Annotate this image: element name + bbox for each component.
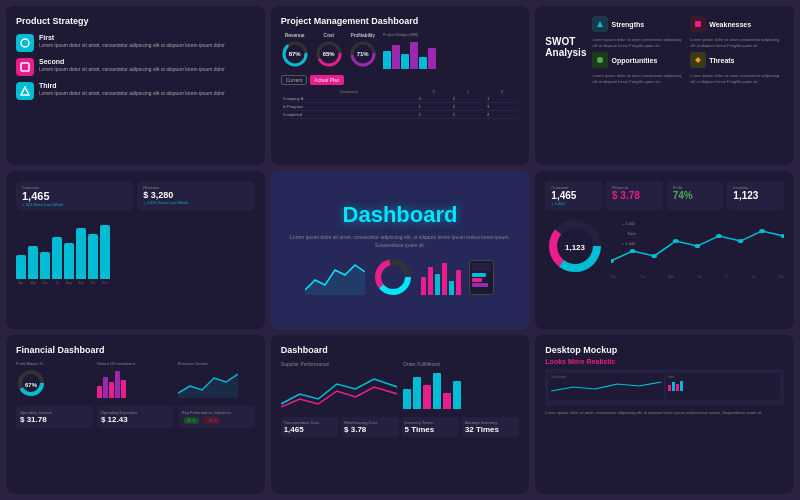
dashboard-hero-title: Dashboard bbox=[343, 202, 458, 228]
product-strategy-card: Product Strategy First Lorem ipsum dolor… bbox=[6, 6, 265, 165]
threats-icon bbox=[690, 52, 706, 68]
dashboard2-charts: Supplier Performance Order Fulfillment bbox=[281, 361, 520, 413]
first-text: Lorem ipsum dolor sit amet, consectetur … bbox=[39, 42, 225, 49]
transport-cost: Transportation Cost 1,465 bbox=[281, 417, 338, 437]
svg-point-0 bbox=[21, 39, 29, 47]
stats-bottom: 1,123 + 1,442 Total + 1,445 bbox=[545, 216, 784, 279]
strengths-label: Strengths bbox=[611, 21, 644, 28]
project-table: Company 0 1 2 Company A321 In Progress12… bbox=[281, 88, 520, 119]
supplier-performance: Supplier Performance bbox=[281, 361, 397, 413]
revenue-stat: Revenue $ 3,280 + 1,021 Since Last Week bbox=[137, 181, 254, 211]
swot-opportunities: Opportunities Lorem ipsum dolor sit amet… bbox=[592, 52, 686, 84]
table-row: Company A321 bbox=[281, 95, 520, 103]
swot-layout: SWOTAnalysis Strengths Lorem ipsum dolor… bbox=[545, 16, 784, 84]
financial-bottom-row: Operating Income $ 31.78 Operating Expen… bbox=[16, 406, 255, 428]
svg-point-22 bbox=[652, 254, 658, 258]
trend-line-chart: MonTueWedThuFriSatSun bbox=[611, 216, 784, 279]
revenue-val-right: $ 3.78 bbox=[612, 190, 657, 201]
svg-text:67%: 67% bbox=[25, 382, 38, 388]
threats-text: Lorem ipsum dolor sit amet consectetur a… bbox=[690, 73, 784, 84]
product-item-third: Third Lorem ipsum dolor sit amet, consec… bbox=[16, 82, 255, 100]
svg-point-23 bbox=[673, 239, 679, 243]
svg-point-27 bbox=[760, 229, 766, 233]
third-text: Lorem ipsum dolor sit amet, consectetur … bbox=[39, 90, 225, 97]
inventory-times: Inventory Times 5 Times bbox=[402, 417, 459, 437]
dashboard2-stats: Transportation Cost 1,465 Warehousing Co… bbox=[281, 417, 520, 437]
kpi-badges: 25 % - 15 % bbox=[182, 417, 251, 424]
op-expense-val: $ 12.43 bbox=[101, 415, 170, 424]
second-text: Lorem ipsum dolor sit amet, consectetur … bbox=[39, 66, 225, 73]
svg-point-10 bbox=[597, 57, 603, 63]
revenue-growth: Revenue Growth bbox=[178, 361, 255, 402]
swot-threats: Threats Lorem ipsum dolor sit amet conse… bbox=[690, 52, 784, 84]
product-item-first: First Lorem ipsum dolor sit amet, consec… bbox=[16, 34, 255, 52]
hero-line-chart bbox=[305, 260, 365, 295]
roi-chart bbox=[97, 368, 174, 398]
svg-rect-9 bbox=[695, 21, 701, 27]
swot-weaknesses: Weaknesses Lorem ipsum dolor sit amet co… bbox=[690, 16, 784, 48]
dashboard-hero-card: Dashboard Lorem ipsum dolor sit amet, co… bbox=[271, 171, 530, 330]
mockup-title: Desktop Mockup bbox=[545, 345, 784, 355]
roi: Return Of Investment bbox=[97, 361, 174, 402]
budget-bars bbox=[383, 39, 520, 69]
project-mgmt-title: Project Management Dashboard bbox=[281, 16, 520, 26]
opportunities-label: Opportunities bbox=[611, 57, 657, 64]
revenue-value: $ 3,280 bbox=[143, 190, 248, 200]
product-item-second: Second Lorem ipsum dolor sit amet, conse… bbox=[16, 58, 255, 76]
project-mgmt-card: Project Management Dashboard Revenue 87%… bbox=[271, 6, 530, 165]
swot-title-area: SWOTAnalysis bbox=[545, 16, 586, 84]
strengths-text: Lorem ipsum dolor sit amet consectetur a… bbox=[592, 37, 686, 48]
svg-point-28 bbox=[781, 234, 784, 238]
hero-bar-chart bbox=[421, 260, 461, 295]
second-icon bbox=[16, 58, 34, 76]
threats-label: Threats bbox=[709, 57, 734, 64]
current-button[interactable]: Current bbox=[281, 75, 308, 85]
financial-metrics-row: Profit Margin % 67% Return Of Investment bbox=[16, 361, 255, 402]
tablet-mockup bbox=[469, 260, 494, 295]
customer-val: 1,465 bbox=[551, 190, 596, 201]
svg-marker-2 bbox=[21, 87, 29, 95]
table-row: Completed212 bbox=[281, 111, 520, 119]
project-buttons: Current Actual Plan bbox=[281, 75, 520, 85]
supplier-chart bbox=[281, 369, 397, 409]
stat-boxes: Customer 1,465 + 321 Since Last Week Rev… bbox=[16, 181, 255, 215]
svg-text:1,123: 1,123 bbox=[565, 243, 586, 252]
operating-expenses: Operating Expenses $ 12.43 bbox=[97, 406, 174, 428]
svg-point-25 bbox=[716, 234, 722, 238]
invoices-val: 1,123 bbox=[733, 190, 778, 201]
actual-plan-button[interactable]: Actual Plan bbox=[310, 75, 343, 85]
bar-stats-card: Customer 1,465 + 321 Since Last Week Rev… bbox=[6, 171, 265, 330]
dashboard2-title: Dashboard bbox=[281, 345, 520, 355]
svg-point-26 bbox=[738, 239, 744, 243]
weaknesses-text: Lorem ipsum dolor sit amet consectetur a… bbox=[690, 37, 784, 48]
customer-sub: + 321 Since Last Week bbox=[22, 202, 127, 207]
mockup-mini-chart bbox=[551, 379, 661, 394]
order-bars bbox=[403, 369, 519, 409]
profit-val: 74% bbox=[673, 190, 718, 201]
kpi-label: Key Performance Indicators bbox=[182, 410, 251, 415]
opportunities-text: Lorem ipsum dolor sit amet consectetur a… bbox=[592, 73, 686, 84]
main-donut: 1,123 + 1,442 Total + 1,445 bbox=[545, 216, 605, 276]
revenue-stat-right: Revenue $ 3.78 bbox=[606, 181, 663, 210]
kpi-badge-positive: 25 % bbox=[184, 417, 199, 424]
revenue-circle: Revenue 87% bbox=[281, 32, 309, 69]
avg-inventory: Average Inventory 32 Times bbox=[462, 417, 519, 437]
dashboard2-card: Dashboard Supplier Performance Order Ful… bbox=[271, 335, 530, 494]
third-label: Third bbox=[39, 82, 225, 89]
hero-donut-chart bbox=[373, 257, 413, 297]
first-label: First bbox=[39, 34, 225, 41]
dashboard-hero-text: Lorem ipsum dolor sit amet, consectetur … bbox=[281, 234, 520, 249]
stats-top-row: Customer 1,465 + 1,442 Revenue $ 3.78 Pr… bbox=[545, 181, 784, 210]
svg-marker-32 bbox=[178, 374, 238, 398]
product-strategy-title: Product Strategy bbox=[16, 16, 255, 26]
warehouse-cost: Warehousing Cost $ 3.78 bbox=[341, 417, 398, 437]
strengths-icon bbox=[592, 16, 608, 32]
financial-title: Financial Dashboard bbox=[16, 345, 255, 355]
customer-stat-right: Customer 1,465 + 1,442 bbox=[545, 181, 602, 210]
profit-margin-label: Profit Margin % bbox=[16, 361, 93, 366]
budget-title: Project Budget ($M) bbox=[383, 32, 520, 37]
profit-margin-donut: 67% bbox=[16, 368, 93, 398]
cost-circle: Cost 65% bbox=[315, 32, 343, 69]
svg-point-24 bbox=[695, 244, 701, 248]
weaknesses-icon bbox=[690, 16, 706, 32]
